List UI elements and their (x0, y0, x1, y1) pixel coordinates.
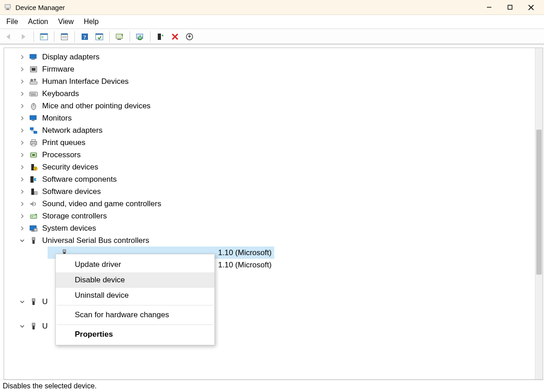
category-security-devices[interactable]: Security devices (4, 161, 535, 173)
category-human-interface-devices[interactable]: Human Interface Devices (4, 75, 535, 87)
svg-point-33 (34, 78, 36, 81)
svg-rect-20 (117, 39, 121, 40)
expand-toggle[interactable] (19, 237, 26, 244)
svg-rect-0 (5, 5, 10, 8)
back-button[interactable] (3, 30, 15, 43)
svg-rect-69 (32, 237, 35, 240)
security-icon (29, 163, 39, 172)
close-button[interactable] (520, 0, 541, 15)
menu-action[interactable]: Action (28, 18, 48, 26)
svg-rect-37 (33, 93, 34, 94)
expand-toggle[interactable] (19, 298, 26, 305)
printer-icon (29, 138, 39, 147)
scan-hardware-button[interactable] (93, 30, 106, 43)
menu-file[interactable]: File (6, 18, 18, 26)
category-sound-video-and-game-controllers[interactable]: Sound, video and game controllers (4, 198, 535, 210)
svg-rect-83 (32, 323, 35, 326)
context-menu: Update driverDisable deviceUninstall dev… (55, 254, 215, 345)
properties-button[interactable] (58, 30, 71, 43)
scrollbar-thumb[interactable] (536, 130, 542, 275)
category-keyboards[interactable]: Keyboards (4, 87, 535, 100)
svg-rect-70 (33, 240, 35, 244)
update-driver-button[interactable] (113, 30, 126, 43)
expand-toggle[interactable] (19, 78, 26, 85)
svg-rect-13 (62, 36, 67, 37)
svg-rect-63 (34, 192, 37, 194)
svg-rect-35 (30, 93, 31, 94)
svg-rect-9 (41, 36, 44, 37)
svg-rect-62 (31, 189, 34, 195)
category-processors[interactable]: Processors (4, 149, 535, 161)
uninstall-device-button[interactable] (169, 30, 181, 43)
minimize-button[interactable] (479, 0, 500, 15)
expand-toggle[interactable] (19, 102, 26, 110)
expand-toggle[interactable] (19, 164, 26, 171)
category-software-devices[interactable]: Software devices (4, 185, 535, 198)
category-software-components[interactable]: Software components (4, 173, 535, 185)
category-display-adapters[interactable]: Display adapters (4, 51, 535, 63)
expand-toggle[interactable] (19, 115, 26, 122)
storage-icon (29, 212, 39, 221)
menu-view[interactable]: View (58, 18, 73, 26)
menu-item-properties[interactable]: Properties (56, 327, 214, 342)
svg-rect-64 (30, 215, 37, 218)
menu-item-disable-device[interactable]: Disable device (56, 272, 214, 288)
menu-item-update-driver[interactable]: Update driver (56, 257, 214, 272)
svg-rect-79 (32, 299, 35, 301)
tree-item-label: Processors (42, 151, 81, 159)
category-firmware[interactable]: Firmware (4, 63, 535, 75)
enable-device-button[interactable] (154, 30, 167, 43)
category-monitors[interactable]: Monitors (4, 112, 535, 124)
expand-toggle[interactable] (19, 127, 26, 134)
menu-item-uninstall-device[interactable]: Uninstall device (56, 288, 214, 303)
titlebar: Device Manager (0, 0, 544, 15)
maximize-button[interactable] (500, 0, 520, 15)
svg-rect-4 (508, 5, 512, 10)
menu-help[interactable]: Help (84, 18, 99, 26)
svg-rect-48 (32, 144, 35, 146)
expand-toggle[interactable] (19, 90, 26, 97)
tree-item-label: Display adapters (42, 53, 100, 61)
device-tree-pane: Display adaptersFirmwareHuman Interface … (4, 48, 543, 380)
expand-toggle[interactable] (19, 151, 26, 159)
expand-toggle[interactable] (19, 176, 26, 183)
category-storage-controllers[interactable]: Storage controllers (4, 210, 535, 222)
expand-toggle[interactable] (19, 213, 26, 220)
toolbar: ? (0, 29, 544, 45)
expand-toggle[interactable] (19, 66, 26, 73)
menu-item-scan-for-hardware-changes[interactable]: Scan for hardware changes (56, 307, 214, 323)
forward-button[interactable] (17, 30, 30, 43)
expand-toggle[interactable] (19, 53, 26, 61)
help-button[interactable]: ? (78, 30, 91, 43)
vertical-scrollbar[interactable] (535, 48, 543, 379)
hid-icon (29, 77, 39, 86)
system-device-icon (29, 224, 39, 233)
disable-device-button[interactable] (134, 30, 146, 43)
expand-toggle[interactable] (19, 225, 26, 232)
category-print-queues[interactable]: Print queues (4, 136, 535, 149)
tree-item-label: Network adapters (42, 126, 102, 134)
main-area: Display adaptersFirmwareHuman Interface … (0, 44, 544, 380)
scan-changes-button[interactable] (183, 30, 196, 43)
svg-rect-23 (158, 34, 161, 40)
tree-item-label: Print queues (42, 139, 85, 146)
expand-toggle[interactable] (19, 139, 26, 146)
category-mice-and-other-pointing-devices[interactable]: Mice and other pointing devices (4, 100, 535, 112)
expand-toggle[interactable] (19, 323, 26, 330)
category-universal-serial-bus-controllers[interactable]: Universal Serial Bus controllers (4, 234, 535, 247)
menu-separator (57, 324, 214, 325)
svg-rect-59 (35, 168, 36, 169)
category-network-adapters[interactable]: Network adapters (4, 124, 535, 136)
tree-item-label: Storage controllers (42, 212, 107, 220)
svg-rect-2 (5, 10, 10, 10)
keyboard-icon (29, 89, 39, 98)
show-hide-tree-button[interactable] (38, 30, 50, 43)
expand-toggle[interactable] (19, 200, 26, 208)
expand-toggle[interactable] (19, 188, 26, 195)
category-system-devices[interactable]: System devices (4, 222, 535, 234)
tree-item-label: Security devices (42, 163, 98, 171)
svg-rect-44 (30, 127, 34, 130)
tree-item-label: 1.10 (Microsoft) (218, 249, 272, 256)
menubar: File Action View Help (0, 15, 544, 29)
svg-text:?: ? (83, 34, 86, 40)
